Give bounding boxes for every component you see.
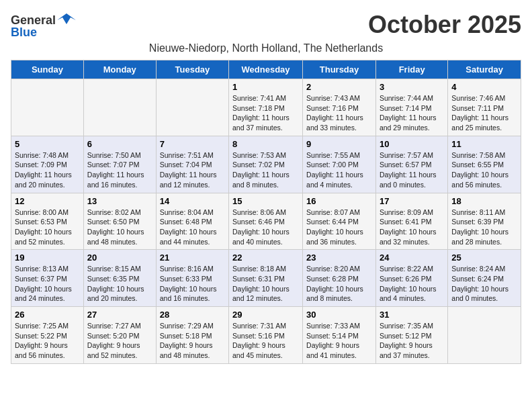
calendar-day-31: 31Sunrise: 7:35 AMSunset: 5:12 PMDayligh… — [375, 307, 447, 364]
day-number: 26 — [15, 310, 80, 320]
day-info: Sunrise: 7:41 AMSunset: 7:18 PMDaylight:… — [232, 93, 299, 133]
calendar-day-4: 4Sunrise: 7:46 AMSunset: 7:11 PMDaylight… — [448, 79, 521, 136]
calendar-body: 1Sunrise: 7:41 AMSunset: 7:18 PMDaylight… — [11, 79, 521, 364]
calendar-day-1: 1Sunrise: 7:41 AMSunset: 7:18 PMDaylight… — [229, 79, 303, 136]
day-info: Sunrise: 8:16 AMSunset: 6:33 PMDaylight:… — [160, 264, 225, 304]
calendar-empty-cell — [156, 79, 228, 136]
calendar-day-24: 24Sunrise: 8:22 AMSunset: 6:26 PMDayligh… — [375, 250, 447, 307]
day-number: 24 — [380, 253, 444, 263]
day-info: Sunrise: 8:00 AMSunset: 6:53 PMDaylight:… — [15, 208, 80, 247]
day-number: 18 — [451, 196, 517, 206]
calendar-empty-cell — [11, 79, 84, 136]
calendar-day-27: 27Sunrise: 7:27 AMSunset: 5:20 PMDayligh… — [83, 307, 156, 364]
day-number: 11 — [451, 139, 517, 149]
calendar-day-18: 18Sunrise: 8:11 AMSunset: 6:39 PMDayligh… — [448, 193, 521, 250]
day-number: 17 — [380, 196, 444, 206]
day-number: 14 — [160, 196, 225, 206]
calendar-day-26: 26Sunrise: 7:25 AMSunset: 5:22 PMDayligh… — [11, 307, 84, 364]
day-info: Sunrise: 7:27 AMSunset: 5:20 PMDaylight:… — [87, 321, 152, 361]
day-info: Sunrise: 7:44 AMSunset: 7:14 PMDaylight:… — [380, 93, 444, 133]
day-number: 4 — [451, 82, 517, 92]
day-info: Sunrise: 7:53 AMSunset: 7:02 PMDaylight:… — [232, 150, 299, 190]
day-info: Sunrise: 8:11 AMSunset: 6:39 PMDaylight:… — [451, 208, 517, 247]
day-info: Sunrise: 8:07 AMSunset: 6:44 PMDaylight:… — [306, 208, 372, 247]
day-info: Sunrise: 8:09 AMSunset: 6:41 PMDaylight:… — [380, 208, 444, 247]
calendar-week-row: 12Sunrise: 8:00 AMSunset: 6:53 PMDayligh… — [11, 193, 521, 250]
day-info: Sunrise: 7:51 AMSunset: 7:04 PMDaylight:… — [160, 150, 225, 190]
day-number: 7 — [160, 139, 225, 149]
day-number: 16 — [306, 196, 372, 206]
calendar-day-3: 3Sunrise: 7:44 AMSunset: 7:14 PMDaylight… — [375, 79, 447, 136]
location-title: Nieuwe-Niedorp, North Holland, The Nethe… — [11, 42, 521, 54]
day-info: Sunrise: 8:24 AMSunset: 6:24 PMDaylight:… — [451, 264, 517, 304]
day-number: 10 — [380, 139, 444, 149]
calendar-day-17: 17Sunrise: 8:09 AMSunset: 6:41 PMDayligh… — [375, 193, 447, 250]
day-number: 3 — [380, 82, 444, 92]
day-number: 8 — [232, 139, 299, 149]
calendar-day-8: 8Sunrise: 7:53 AMSunset: 7:02 PMDaylight… — [229, 136, 303, 193]
logo-bird-icon — [57, 11, 76, 30]
day-info: Sunrise: 8:13 AMSunset: 6:37 PMDaylight:… — [15, 264, 80, 304]
logo: General Blue — [11, 11, 76, 40]
svg-marker-0 — [57, 13, 76, 24]
day-number: 9 — [306, 139, 372, 149]
day-number: 6 — [87, 139, 152, 149]
day-info: Sunrise: 8:22 AMSunset: 6:26 PMDaylight:… — [380, 264, 444, 304]
day-info: Sunrise: 7:25 AMSunset: 5:22 PMDaylight:… — [15, 321, 80, 361]
day-number: 2 — [306, 82, 372, 92]
day-info: Sunrise: 7:43 AMSunset: 7:16 PMDaylight:… — [306, 93, 372, 133]
calendar-day-5: 5Sunrise: 7:48 AMSunset: 7:09 PMDaylight… — [11, 136, 84, 193]
calendar-header-tuesday: Tuesday — [156, 60, 228, 79]
calendar-header-sunday: Sunday — [11, 60, 84, 79]
day-number: 28 — [160, 310, 225, 320]
calendar-day-13: 13Sunrise: 8:02 AMSunset: 6:50 PMDayligh… — [83, 193, 156, 250]
calendar-day-12: 12Sunrise: 8:00 AMSunset: 6:53 PMDayligh… — [11, 193, 84, 250]
calendar-day-19: 19Sunrise: 8:13 AMSunset: 6:37 PMDayligh… — [11, 250, 84, 307]
calendar-day-23: 23Sunrise: 8:20 AMSunset: 6:28 PMDayligh… — [303, 250, 376, 307]
day-info: Sunrise: 7:35 AMSunset: 5:12 PMDaylight:… — [380, 321, 444, 361]
calendar-day-14: 14Sunrise: 8:04 AMSunset: 6:48 PMDayligh… — [156, 193, 228, 250]
calendar-day-6: 6Sunrise: 7:50 AMSunset: 7:07 PMDaylight… — [83, 136, 156, 193]
calendar-day-16: 16Sunrise: 8:07 AMSunset: 6:44 PMDayligh… — [303, 193, 376, 250]
calendar-header-monday: Monday — [83, 60, 156, 79]
day-number: 25 — [451, 253, 517, 263]
day-info: Sunrise: 8:20 AMSunset: 6:28 PMDaylight:… — [306, 264, 372, 304]
calendar-empty-cell — [83, 79, 156, 136]
calendar-header-friday: Friday — [375, 60, 447, 79]
day-info: Sunrise: 7:55 AMSunset: 7:00 PMDaylight:… — [306, 150, 372, 190]
calendar-week-row: 1Sunrise: 7:41 AMSunset: 7:18 PMDaylight… — [11, 79, 521, 136]
day-number: 29 — [232, 310, 299, 320]
calendar-week-row: 5Sunrise: 7:48 AMSunset: 7:09 PMDaylight… — [11, 136, 521, 193]
calendar-day-30: 30Sunrise: 7:33 AMSunset: 5:14 PMDayligh… — [303, 307, 376, 364]
day-number: 20 — [87, 253, 152, 263]
calendar-day-10: 10Sunrise: 7:57 AMSunset: 6:57 PMDayligh… — [375, 136, 447, 193]
day-info: Sunrise: 8:18 AMSunset: 6:31 PMDaylight:… — [232, 264, 299, 304]
calendar-day-29: 29Sunrise: 7:31 AMSunset: 5:16 PMDayligh… — [229, 307, 303, 364]
calendar-header-row: SundayMondayTuesdayWednesdayThursdayFrid… — [11, 60, 521, 79]
calendar-day-7: 7Sunrise: 7:51 AMSunset: 7:04 PMDaylight… — [156, 136, 228, 193]
logo-blue: Blue — [11, 26, 37, 40]
day-info: Sunrise: 8:15 AMSunset: 6:35 PMDaylight:… — [87, 264, 152, 304]
day-info: Sunrise: 7:46 AMSunset: 7:11 PMDaylight:… — [451, 93, 517, 133]
day-info: Sunrise: 7:29 AMSunset: 5:18 PMDaylight:… — [160, 321, 225, 361]
day-info: Sunrise: 7:31 AMSunset: 5:16 PMDaylight:… — [232, 321, 299, 361]
day-number: 31 — [380, 310, 444, 320]
day-number: 23 — [306, 253, 372, 263]
calendar-empty-cell — [448, 307, 521, 364]
day-info: Sunrise: 8:06 AMSunset: 6:46 PMDaylight:… — [232, 208, 299, 247]
day-number: 22 — [232, 253, 299, 263]
month-title: October 2025 — [368, 11, 521, 39]
header: General Blue October 2025 — [11, 11, 521, 40]
calendar-day-2: 2Sunrise: 7:43 AMSunset: 7:16 PMDaylight… — [303, 79, 376, 136]
day-number: 27 — [87, 310, 152, 320]
day-info: Sunrise: 7:33 AMSunset: 5:14 PMDaylight:… — [306, 321, 372, 361]
calendar-day-20: 20Sunrise: 8:15 AMSunset: 6:35 PMDayligh… — [83, 250, 156, 307]
day-info: Sunrise: 7:57 AMSunset: 6:57 PMDaylight:… — [380, 150, 444, 190]
day-info: Sunrise: 7:48 AMSunset: 7:09 PMDaylight:… — [15, 150, 80, 190]
calendar-week-row: 19Sunrise: 8:13 AMSunset: 6:37 PMDayligh… — [11, 250, 521, 307]
calendar-week-row: 26Sunrise: 7:25 AMSunset: 5:22 PMDayligh… — [11, 307, 521, 364]
day-info: Sunrise: 8:02 AMSunset: 6:50 PMDaylight:… — [87, 208, 152, 247]
day-number: 13 — [87, 196, 152, 206]
calendar-day-25: 25Sunrise: 8:24 AMSunset: 6:24 PMDayligh… — [448, 250, 521, 307]
day-number: 30 — [306, 310, 372, 320]
